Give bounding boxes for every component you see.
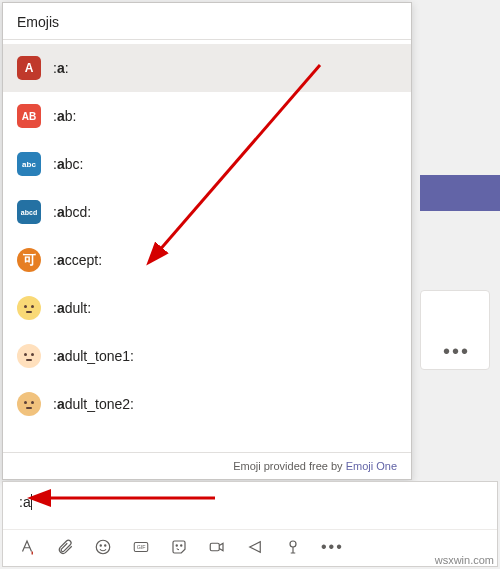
emoji-shortcode-label: :accept: [53,252,102,268]
emoji-glyph-icon: A [17,56,41,80]
message-more-icon[interactable]: ••• [443,340,470,363]
emoji-shortcode-label: :a: [53,60,69,76]
emoji-glyph-icon [17,296,41,320]
svg-rect-7 [210,543,219,551]
message-input[interactable]: :a [3,482,497,529]
emoji-row[interactable]: :adult_tone1: [3,332,411,380]
emoji-glyph-icon: abc [17,152,41,176]
meet-now-icon[interactable] [207,537,227,557]
emoji-picker-panel: Emojis A:a:AB:ab:abc:abc:abcd:abcd:可:acc… [2,2,412,480]
emoji-glyph-icon [17,344,41,368]
emoji-row[interactable]: :adult: [3,284,411,332]
svg-point-8 [290,541,296,547]
svg-point-0 [96,540,110,554]
emoji-icon[interactable] [93,537,113,557]
emoji-shortcode-label: :adult: [53,300,91,316]
sticker-icon[interactable] [169,537,189,557]
emoji-one-link[interactable]: Emoji One [346,460,397,472]
emoji-row[interactable]: abc:abc: [3,140,411,188]
svg-point-1 [100,545,101,546]
emoji-shortcode-label: :abcd: [53,204,91,220]
emoji-glyph-icon: abcd [17,200,41,224]
toolbar-more-icon[interactable]: ••• [321,538,344,556]
compose-box: :a GIF ••• [2,481,498,567]
emoji-row[interactable]: A:a: [3,44,411,92]
emoji-shortcode-label: :abc: [53,156,83,172]
emoji-glyph-icon [17,392,41,416]
emoji-row[interactable]: :adult_tone2: [3,380,411,428]
svg-point-5 [176,545,177,546]
stream-icon[interactable] [245,537,265,557]
emoji-row[interactable]: 可:accept: [3,236,411,284]
svg-point-6 [181,545,182,546]
emoji-shortcode-label: :adult_tone2: [53,396,134,412]
emoji-shortcode-label: :adult_tone1: [53,348,134,364]
emoji-row[interactable]: abcd:abcd: [3,188,411,236]
attach-icon[interactable] [55,537,75,557]
praise-icon[interactable] [283,537,303,557]
emoji-shortcode-label: :ab: [53,108,76,124]
gif-icon[interactable]: GIF [131,537,151,557]
format-icon[interactable] [17,537,37,557]
compose-toolbar: GIF ••• [3,529,497,566]
emoji-row[interactable]: AB:ab: [3,92,411,140]
footer-text: Emoji provided free by [233,460,346,472]
emoji-glyph-icon: AB [17,104,41,128]
header-accent-bar [420,175,500,211]
emoji-glyph-icon: 可 [17,248,41,272]
emoji-panel-footer: Emoji provided free by Emoji One [3,452,411,479]
watermark: wsxwin.com [435,554,494,566]
svg-point-2 [105,545,106,546]
svg-text:GIF: GIF [137,544,146,550]
emoji-panel-title: Emojis [3,3,411,40]
emoji-list[interactable]: A:a:AB:ab:abc:abc:abcd:abcd:可:accept::ad… [3,40,411,452]
